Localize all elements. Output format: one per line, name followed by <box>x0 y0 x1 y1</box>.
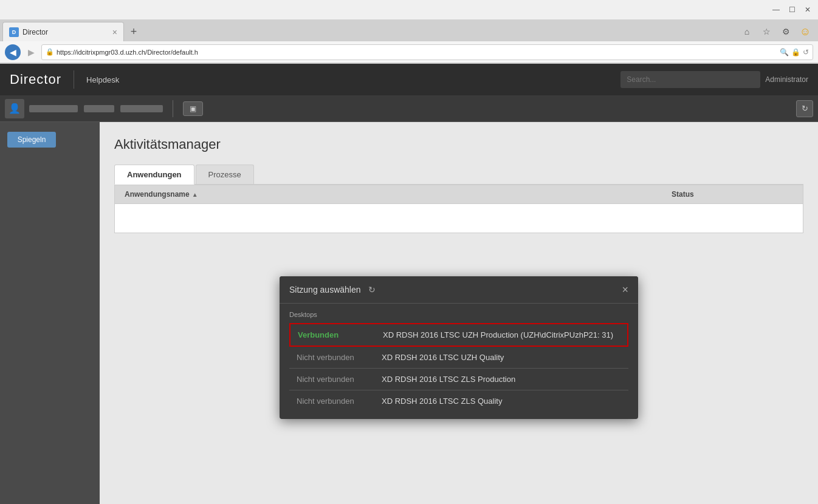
lock-icon: 🔒 <box>791 48 800 56</box>
main-layout: Spiegeln Aktivitätsmanager Anwendungen P… <box>0 122 818 504</box>
refresh-icon: ↻ <box>802 104 808 113</box>
header-search-input[interactable] <box>620 71 760 88</box>
app-logo: Director <box>10 72 61 87</box>
header-right: Administrator <box>620 71 808 88</box>
session-status-3: Nicht verbunden <box>297 397 382 406</box>
browser-tab[interactable]: D Director × <box>2 22 124 41</box>
home-icon[interactable]: ⌂ <box>740 25 754 38</box>
address-icons: 🔍 🔒 ↺ <box>780 48 809 56</box>
browser-tabbar: D Director × + ⌂ ☆ ⚙ ☺ <box>0 19 818 41</box>
session-row-0[interactable]: Verbunden XD RDSH 2016 LTSC UZH Producti… <box>289 323 628 347</box>
session-name-2: XD RDSH 2016 LTSC ZLS Production <box>382 375 621 384</box>
session-row-2[interactable]: Nicht verbunden XD RDSH 2016 LTSC ZLS Pr… <box>289 369 628 390</box>
redacted-info-2 <box>84 105 114 112</box>
address-box[interactable]: 🔒 https://idcitrixpmgr03.d.uzh.ch/Direct… <box>41 44 813 60</box>
session-name-1: XD RDSH 2016 LTSC UZH Quality <box>382 353 621 362</box>
close-window-button[interactable]: ✕ <box>802 4 813 15</box>
modal-title-text: Sitzung auswählen <box>289 285 361 295</box>
modal-header: Sitzung auswählen ↻ × <box>280 276 638 304</box>
session-row-1[interactable]: Nicht verbunden XD RDSH 2016 LTSC UZH Qu… <box>289 347 628 369</box>
modal-overlay: Sitzung auswählen ↻ × Desktops Verbunden… <box>100 122 818 504</box>
address-url: https://idcitrixpmgr03.d.uzh.ch/Director… <box>57 49 777 56</box>
session-row-3[interactable]: Nicht verbunden XD RDSH 2016 LTSC ZLS Qu… <box>289 390 628 412</box>
session-name-3: XD RDSH 2016 LTSC ZLS Quality <box>382 397 621 406</box>
nav-divider <box>74 70 74 89</box>
monitor-button[interactable]: ▣ <box>183 101 203 116</box>
bookmark-icon[interactable]: ☆ <box>760 25 773 38</box>
session-status-2: Nicht verbunden <box>297 375 382 384</box>
window-controls: — ☐ ✕ <box>771 4 813 15</box>
session-status-0: Verbunden <box>298 330 383 339</box>
browser-chrome: — ☐ ✕ D Director × + ⌂ ☆ ⚙ ☺ ◀ ▶ 🔒 https… <box>0 0 818 64</box>
tab-close-button[interactable]: × <box>112 28 117 36</box>
refresh-button[interactable]: ↻ <box>796 100 813 117</box>
monitor-icon: ▣ <box>190 104 196 113</box>
modal-refresh-icon[interactable]: ↻ <box>366 284 378 296</box>
nav-helpdesk[interactable]: Helpdesk <box>86 75 119 84</box>
content-area: Aktivitätsmanager Anwendungen Prozesse A… <box>100 122 818 504</box>
sidebar: Spiegeln <box>0 122 100 504</box>
search-icon[interactable]: 🔍 <box>780 48 789 56</box>
session-status-1: Nicht verbunden <box>297 353 382 362</box>
header-user-label: Administrator <box>765 75 808 84</box>
app-header: Director Helpdesk Administrator <box>0 64 818 95</box>
toolbar-info <box>29 105 163 112</box>
maximize-button[interactable]: ☐ <box>786 4 797 15</box>
tab-title: Director <box>22 28 109 36</box>
new-tab-button[interactable]: + <box>124 22 143 41</box>
redacted-info-1 <box>29 105 78 112</box>
user-icon[interactable]: ☺ <box>799 25 812 38</box>
back-button[interactable]: ◀ <box>5 44 21 60</box>
forward-button[interactable]: ▶ <box>23 44 39 60</box>
modal-body: Desktops Verbunden XD RDSH 2016 LTSC UZH… <box>280 304 638 419</box>
toolbar: 👤 ▣ ↻ <box>0 95 818 122</box>
browser-addressbar: ◀ ▶ 🔒 https://idcitrixpmgr03.d.uzh.ch/Di… <box>0 41 818 63</box>
settings-icon[interactable]: ⚙ <box>779 25 792 38</box>
minimize-button[interactable]: — <box>771 4 782 15</box>
modal-section-label: Desktops <box>289 311 628 318</box>
modal-close-button[interactable]: × <box>622 284 628 295</box>
spiegeln-button[interactable]: Spiegeln <box>7 132 56 148</box>
redacted-info-3 <box>120 105 163 112</box>
tab-favicon: D <box>9 27 19 37</box>
reload-icon[interactable]: ↺ <box>803 48 809 56</box>
user-icon[interactable]: 👤 <box>5 99 24 118</box>
browser-titlebar: — ☐ ✕ <box>0 0 818 19</box>
session-name-0: XD RDSH 2016 LTSC UZH Production (UZH\dC… <box>383 330 620 339</box>
modal-title: Sitzung auswählen ↻ <box>289 284 378 296</box>
session-select-modal: Sitzung auswählen ↻ × Desktops Verbunden… <box>280 276 638 419</box>
